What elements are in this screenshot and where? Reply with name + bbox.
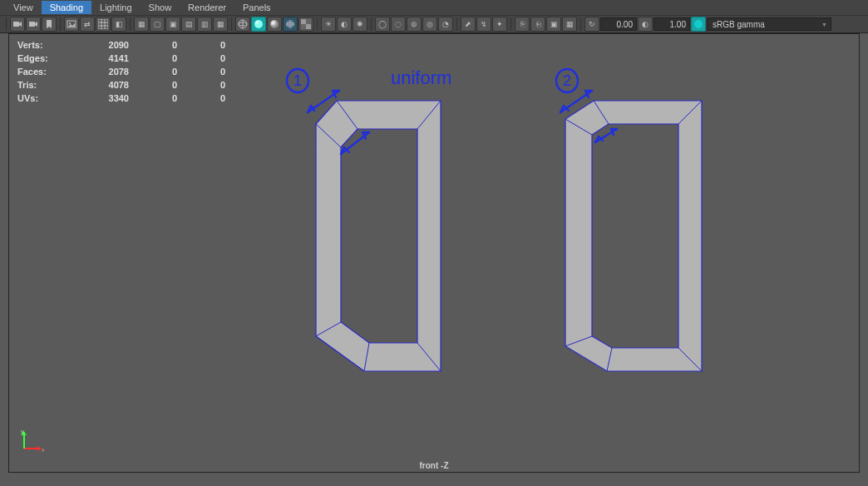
viewport[interactable]: Verts:209000 Edges:414100 Faces:207800 T… — [8, 33, 860, 473]
render-icon[interactable]: ▣ — [546, 17, 561, 32]
safe-action-icon[interactable]: ▥ — [197, 17, 212, 32]
xray-joints-icon[interactable]: ⊚ — [407, 17, 422, 32]
svg-text:y: y — [21, 429, 24, 435]
mesh-frame-nonuniform — [565, 101, 702, 371]
viewport-toolbar: ⇄ ◧ ▦ ▢ ▣ ▤ ▥ ▦ ☀ ◐ ✺ ◯ ◌ ⊚ ◎ ◔ ⬈ ↯ ✦ ⎘ … — [0, 15, 868, 33]
gamma-reset-icon[interactable]: ◐ — [638, 17, 653, 32]
grid-toggle-icon[interactable]: ▦ — [134, 17, 149, 32]
color-management-icon[interactable] — [691, 17, 706, 32]
ipr-icon[interactable]: ▦ — [562, 17, 577, 32]
textured-icon[interactable] — [298, 17, 313, 32]
svg-point-5 — [69, 22, 71, 24]
bookmark-icon[interactable] — [42, 17, 57, 32]
grid-icon[interactable] — [96, 17, 111, 32]
wireframe-icon[interactable] — [235, 17, 250, 32]
export-icon[interactable]: ⎘ — [515, 17, 530, 32]
two-sided-icon[interactable]: ⇄ — [80, 17, 95, 32]
svg-text:uniform: uniform — [391, 67, 451, 88]
svg-point-9 — [255, 21, 259, 24]
svg-point-8 — [254, 20, 263, 28]
colorspace-dropdown[interactable]: sRGB gamma — [707, 17, 831, 31]
shadows-icon[interactable]: ◐ — [337, 17, 352, 32]
gate-mask-icon[interactable]: ▣ — [165, 17, 180, 32]
use-all-lights-icon[interactable]: ☀ — [321, 17, 336, 32]
menu-show[interactable]: Show — [141, 1, 180, 14]
svg-text:2: 2 — [563, 72, 571, 89]
exposure-field[interactable]: 0.00 — [600, 17, 637, 31]
use-default-material-icon[interactable] — [267, 17, 282, 32]
svg-text:1: 1 — [293, 72, 302, 89]
exposure-reset-icon[interactable]: ↻ — [584, 17, 599, 32]
import-icon[interactable]: ⎗ — [530, 17, 545, 32]
isolate-icon[interactable]: ◯ — [375, 17, 390, 32]
viewport-canvas: 1 uniform 2 — [9, 34, 859, 472]
safe-title-icon[interactable]: ▦ — [213, 17, 228, 32]
menu-view[interactable]: View — [5, 1, 42, 14]
viewport-menubar: View Shading Lighting Show Renderer Pane… — [0, 0, 868, 15]
film-gate-icon[interactable]: ◧ — [111, 17, 126, 32]
motion-blur-icon[interactable]: ↯ — [476, 17, 491, 32]
multisample-icon[interactable]: ✦ — [492, 17, 507, 32]
svg-text:x: x — [42, 446, 44, 454]
select-camera-icon[interactable] — [10, 17, 25, 32]
svg-rect-15 — [306, 24, 311, 29]
svg-marker-3 — [35, 22, 37, 27]
svg-point-16 — [694, 20, 703, 28]
menu-renderer[interactable]: Renderer — [180, 1, 234, 14]
svg-marker-1 — [19, 22, 22, 27]
view-label: front -Z — [420, 461, 449, 470]
image-plane-icon[interactable] — [64, 17, 79, 32]
camera-icon[interactable] — [26, 17, 41, 32]
svg-rect-14 — [301, 19, 306, 24]
resolution-gate-icon[interactable]: ▢ — [150, 17, 165, 32]
screen-space-ao-icon[interactable]: ⬈ — [461, 17, 476, 32]
menu-lighting[interactable]: Lighting — [91, 1, 141, 14]
xray-icon[interactable]: ◌ — [391, 17, 406, 32]
smooth-shade-icon[interactable] — [251, 17, 266, 32]
mesh-frame-uniform — [316, 101, 441, 371]
axis-gizmo: x y — [19, 429, 44, 454]
transparent-icon[interactable]: ◎ — [422, 17, 437, 32]
svg-rect-2 — [29, 22, 35, 27]
gamma-field[interactable]: 1.00 — [653, 17, 690, 31]
sun-icon[interactable]: ✺ — [353, 17, 367, 32]
svg-rect-0 — [13, 22, 19, 27]
menu-panels[interactable]: Panels — [234, 1, 279, 14]
svg-marker-40 — [37, 446, 41, 451]
wireframe-on-shaded-icon[interactable] — [283, 17, 298, 32]
menu-shading[interactable]: Shading — [42, 1, 91, 14]
depth-icon[interactable]: ◔ — [438, 17, 453, 32]
field-chart-icon[interactable]: ▤ — [181, 17, 196, 32]
svg-point-10 — [270, 20, 279, 28]
